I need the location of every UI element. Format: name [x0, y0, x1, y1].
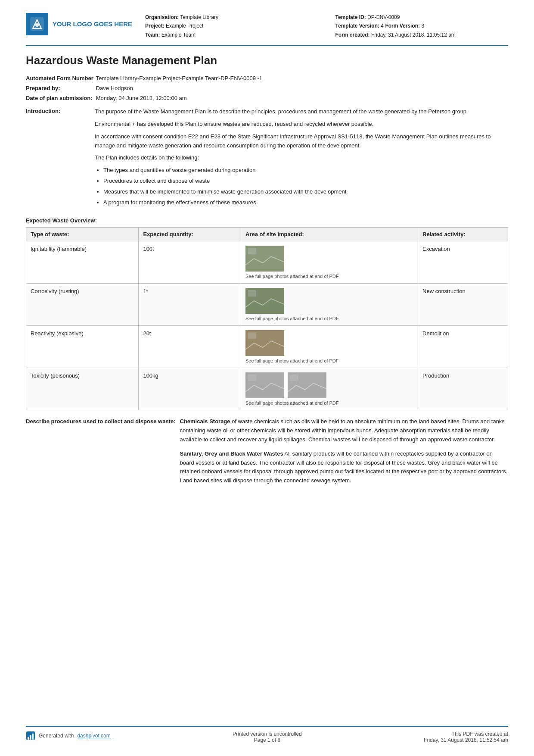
cell-quantity: 100kg — [139, 368, 241, 410]
svg-rect-13 — [248, 375, 256, 381]
col-activity: Related activity: — [418, 228, 508, 241]
photo-caption: See full page photos attached at end of … — [245, 400, 413, 406]
svg-rect-7 — [248, 290, 256, 297]
team-label: Team: — [145, 32, 160, 38]
cell-activity: Excavation — [418, 241, 508, 284]
form-version-value: 3 — [421, 23, 424, 29]
cell-activity: Demolition — [418, 326, 508, 368]
template-id-label: Template ID: — [335, 14, 366, 20]
footer-logo-icon — [26, 731, 35, 740]
cell-area: See full page photos attached at end of … — [241, 326, 418, 368]
cell-quantity: 20t — [139, 326, 241, 368]
footer-page: Page 1 of 8 — [233, 737, 302, 743]
form-number-value: Template Library-Example Project-Example… — [96, 73, 508, 83]
photo-caption: See full page photos attached at end of … — [245, 274, 413, 279]
footer-left: Generated with dashpivot.com — [26, 731, 111, 740]
project-value: Example Project — [166, 23, 203, 29]
site-photo-placeholder — [288, 372, 326, 398]
team-value: Example Team — [161, 32, 196, 38]
table-row: Corrosivity (rusting)1tSee full page pho… — [26, 284, 508, 326]
intro-p3: In accordance with consent condition E22… — [95, 132, 508, 150]
table-row: Ignitability (flammable)100tSee full pag… — [26, 241, 508, 284]
cell-type: Reactivity (explosive) — [26, 326, 139, 368]
expected-waste-heading: Expected Waste Overview: — [26, 217, 508, 224]
template-version-label: Template Version: — [335, 23, 379, 29]
footer-link[interactable]: dashpivot.com — [77, 733, 110, 739]
prepared-by-label: Prepared by: — [26, 83, 96, 93]
site-photo-placeholder — [245, 372, 284, 398]
template-version-value: 4 — [381, 23, 384, 29]
logo-area: YOUR LOGO GOES HERE — [26, 13, 132, 35]
col-quantity: Expected quantity: — [139, 228, 241, 241]
svg-rect-20 — [32, 734, 34, 740]
footer-uncontrolled: Printed version is uncontrolled — [233, 731, 302, 737]
photo-caption: See full page photos attached at end of … — [245, 358, 413, 363]
form-title: Hazardous Waste Management Plan — [26, 54, 508, 67]
intro-p1: The purpose of the Waste Management Plan… — [95, 107, 508, 116]
table-row: Reactivity (explosive)20tSee full page p… — [26, 326, 508, 368]
svg-rect-10 — [248, 332, 256, 339]
prepared-by-value: Dave Hodgson — [96, 83, 508, 93]
cell-area: See full page photos attached at end of … — [241, 284, 418, 326]
site-photo-placeholder — [245, 288, 284, 314]
svg-rect-18 — [28, 737, 29, 740]
svg-rect-19 — [30, 735, 31, 740]
bullet-item: Measures that will be implemented to min… — [103, 187, 508, 197]
describe-label: Describe procedures used to collect and … — [26, 417, 180, 426]
waste-table: Type of waste: Expected quantity: Area o… — [26, 227, 508, 410]
footer: Generated with dashpivot.com Printed ver… — [26, 726, 508, 743]
svg-rect-16 — [290, 375, 298, 381]
col-area: Area of site impacted: — [241, 228, 418, 241]
describe-p2-bold: Sanitary, Grey and Black Water Wastes — [180, 450, 283, 457]
meta-row-date: Date of plan submission: Monday, 04 June… — [26, 93, 508, 103]
header-meta: Organisation: Template Library Project: … — [145, 13, 508, 39]
footer-right: This PDF was created at Friday, 31 Augus… — [424, 731, 508, 743]
photo-caption: See full page photos attached at end of … — [245, 316, 413, 321]
describe-section: Describe procedures used to collect and … — [26, 417, 508, 490]
header-meta-right: Template ID: DP-ENV-0009 Template Versio… — [335, 13, 508, 39]
cell-quantity: 100t — [139, 241, 241, 284]
cell-type: Corrosivity (rusting) — [26, 284, 139, 326]
logo-box — [26, 13, 48, 35]
bullet-item: The types and quantities of waste genera… — [103, 166, 508, 175]
intro-p2: Environmental + has developed this Plan … — [95, 120, 508, 129]
cell-quantity: 1t — [139, 284, 241, 326]
date-label: Date of plan submission: — [26, 93, 96, 103]
describe-content: Chemicals Storage of waste chemicals suc… — [180, 417, 509, 490]
site-photo-placeholder — [245, 330, 284, 356]
cell-activity: New construction — [418, 284, 508, 326]
bullet-item: A program for monitoring the effectivene… — [103, 198, 508, 207]
table-row: Toxicity (poisonous)100kgSee full page p… — [26, 368, 508, 410]
page: YOUR LOGO GOES HERE Organisation: Templa… — [0, 0, 534, 756]
intro-bullets-list: The types and quantities of waste genera… — [103, 166, 508, 207]
footer-center: Printed version is uncontrolled Page 1 o… — [233, 731, 302, 743]
form-created-label: Form created: — [335, 32, 370, 38]
org-label: Organisation: — [145, 14, 179, 20]
describe-p2: Sanitary, Grey and Black Water Wastes Al… — [180, 450, 509, 485]
template-id-value: DP-ENV-0009 — [367, 14, 400, 20]
meta-row-form-number: Automated Form Number Template Library-E… — [26, 73, 508, 83]
form-created-value: Friday, 31 August 2018, 11:05:12 am — [371, 32, 456, 38]
form-number-label: Automated Form Number — [26, 73, 96, 83]
bullet-item: Procedures to collect and dispose of was… — [103, 177, 508, 186]
site-photo-placeholder — [245, 246, 284, 272]
intro-p4: The Plan includes details on the followi… — [95, 153, 508, 162]
introduction-content: The purpose of the Waste Management Plan… — [95, 107, 508, 210]
header: YOUR LOGO GOES HERE Organisation: Templa… — [26, 13, 508, 46]
meta-table: Automated Form Number Template Library-E… — [26, 73, 508, 103]
project-label: Project: — [145, 23, 165, 29]
introduction-row: Introduction: The purpose of the Waste M… — [26, 107, 508, 210]
col-type: Type of waste: — [26, 228, 139, 241]
logo-icon — [29, 16, 45, 32]
introduction-label: Introduction: — [26, 107, 95, 114]
form-version-label: Form Version: — [385, 23, 420, 29]
cell-type: Toxicity (poisonous) — [26, 368, 139, 410]
describe-p1-bold: Chemicals Storage — [180, 418, 230, 425]
table-header-row: Type of waste: Expected quantity: Area o… — [26, 228, 508, 241]
footer-generated-text: Generated with — [39, 733, 74, 739]
header-meta-left: Organisation: Template Library Project: … — [145, 13, 318, 39]
meta-row-prepared-by: Prepared by: Dave Hodgson — [26, 83, 508, 93]
svg-point-1 — [35, 23, 39, 27]
cell-area: See full page photos attached at end of … — [241, 368, 418, 410]
cell-activity: Production — [418, 368, 508, 410]
